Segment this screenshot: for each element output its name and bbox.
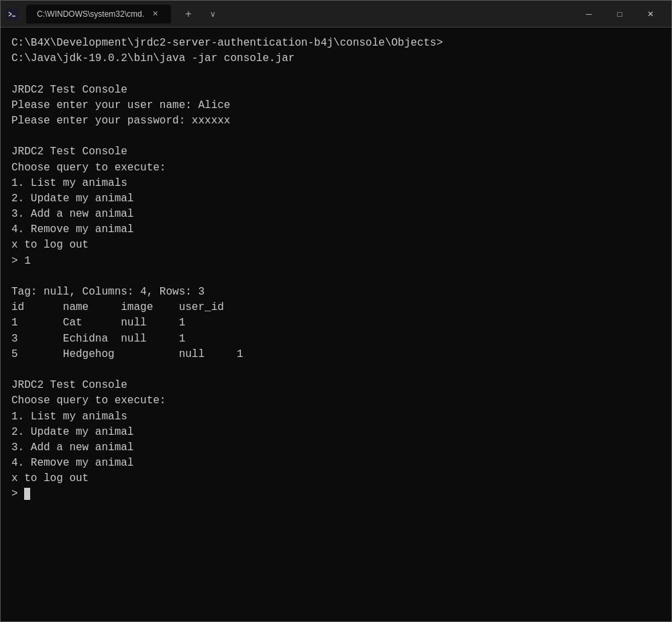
terminal-line: Please enter your user name: Alice <box>11 98 661 113</box>
terminal-line: JRDC2 Test Console <box>11 83 661 98</box>
active-tab[interactable]: C:\WINDOWS\system32\cmd. ✕ <box>26 5 171 23</box>
terminal-line: 4. Remove my animal <box>11 222 661 238</box>
cmd-icon <box>6 8 18 20</box>
titlebar-left: C:\WINDOWS\system32\cmd. ✕ + ∨ <box>6 5 573 23</box>
terminal-line: JRDC2 Test Console <box>11 378 661 393</box>
terminal-line: Tag: null, Columns: 4, Rows: 3 <box>11 284 661 300</box>
terminal-line: 1 Cat null 1 <box>11 315 661 331</box>
terminal-body[interactable]: C:\B4X\Development\jrdc2-server-authenti… <box>1 28 671 621</box>
terminal-line: 3 Echidna null 1 <box>11 331 661 347</box>
terminal-line <box>11 269 661 284</box>
terminal-line: 3. Add a new animal <box>11 207 661 222</box>
terminal-line: 1. List my animals <box>11 409 661 425</box>
terminal-line: Please enter your password: xxxxxx <box>11 113 661 129</box>
terminal-line: 2. Update my animal <box>11 191 661 207</box>
terminal-line <box>11 362 661 378</box>
terminal-line: 4. Remove my animal <box>11 456 661 471</box>
titlebar: C:\WINDOWS\system32\cmd. ✕ + ∨ ─ □ ✕ <box>1 1 671 28</box>
terminal-line: 2. Update my animal <box>11 425 661 440</box>
terminal-line: C:\Java\jdk-19.0.2\bin\java -jar console… <box>11 51 661 66</box>
terminal-line: 1. List my animals <box>11 176 661 191</box>
terminal-line <box>11 66 661 82</box>
cursor <box>24 488 30 500</box>
terminal-line: id name image user_id <box>11 300 661 315</box>
terminal-line: > 1 <box>11 254 661 269</box>
terminal-prompt-line: > <box>11 486 661 502</box>
add-tab-button[interactable]: + <box>179 5 198 23</box>
window-controls: ─ □ ✕ <box>573 1 666 28</box>
terminal-window: C:\WINDOWS\system32\cmd. ✕ + ∨ ─ □ ✕ C:\… <box>0 0 672 622</box>
terminal-line: C:\B4X\Development\jrdc2-server-authenti… <box>11 36 661 51</box>
terminal-line: x to log out <box>11 238 661 253</box>
terminal-line: JRDC2 Test Console <box>11 144 661 160</box>
terminal-line: Choose query to execute: <box>11 160 661 176</box>
terminal-line: x to log out <box>11 471 661 486</box>
svg-rect-0 <box>7 9 17 19</box>
close-tab-button[interactable]: ✕ <box>150 9 160 19</box>
close-button[interactable]: ✕ <box>635 1 666 28</box>
terminal-line <box>11 129 661 144</box>
tab-title: C:\WINDOWS\system32\cmd. <box>37 9 144 19</box>
terminal-line: Choose query to execute: <box>11 393 661 409</box>
minimize-button[interactable]: ─ <box>573 1 604 28</box>
maximize-button[interactable]: □ <box>604 1 635 28</box>
terminal-line: 5 Hedgehog null 1 <box>11 347 661 362</box>
terminal-line: 3. Add a new animal <box>11 440 661 456</box>
tab-dropdown-button[interactable]: ∨ <box>203 5 222 23</box>
